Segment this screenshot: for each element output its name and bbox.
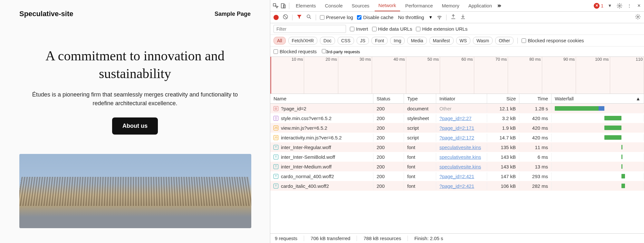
download-har-icon[interactable]: [460, 14, 466, 21]
tab-memory[interactable]: Memory: [438, 0, 463, 11]
initiator-link[interactable]: ?page_id=2:171: [439, 125, 474, 131]
time-cell: 1.28 s: [519, 105, 552, 113]
throttling-select[interactable]: No throttling: [397, 14, 425, 21]
col-waterfall[interactable]: Waterfall ▲: [552, 94, 644, 103]
type-filter-fetch-xhr[interactable]: Fetch/XHR: [288, 37, 317, 45]
type-filter-css[interactable]: CSS: [338, 37, 354, 45]
table-row[interactable]: Tcardo_italic_400.woff2 200 font ?page_i…: [270, 181, 644, 191]
size-cell: 143 kB: [487, 163, 519, 171]
table-row[interactable]: Tinter_Inter-SemiBold.woff 200 font spec…: [270, 152, 644, 162]
waterfall-overview[interactable]: 10 ms20 ms30 ms40 ms50 ms60 ms70 ms80 ms…: [270, 57, 644, 94]
site-header: Speculative-site Sample Page: [19, 6, 251, 28]
tab-application[interactable]: Application: [465, 0, 496, 11]
initiator-link[interactable]: ?page_id=2:421: [439, 174, 474, 179]
file-name: inter_Inter-SemiBold.woff: [281, 154, 335, 160]
type-cell: stylesheet: [404, 114, 436, 122]
initiator-link[interactable]: ?page_id=2:421: [439, 183, 474, 189]
tab-console[interactable]: Console: [321, 0, 347, 11]
font-file-icon: T: [274, 155, 278, 159]
status-cell: 200: [373, 105, 404, 113]
error-count-badge[interactable]: ✕ 1: [594, 3, 603, 9]
table-row[interactable]: Tinter_Inter-Regular.woff 200 font specu…: [270, 142, 644, 152]
preserve-log-checkbox[interactable]: Preserve log: [320, 15, 353, 20]
settings-icon[interactable]: [616, 3, 623, 9]
clear-icon[interactable]: [283, 14, 288, 21]
type-filter-font[interactable]: Font: [371, 37, 388, 45]
table-row[interactable]: Tinter_Inter-Medium.woff 200 font specul…: [270, 162, 644, 171]
preserve-log-input[interactable]: [320, 15, 324, 20]
disable-cache-checkbox[interactable]: Disable cache: [357, 15, 393, 20]
initiator-link[interactable]: speculativesite.kins: [439, 154, 481, 160]
col-initiator[interactable]: Initiator: [436, 94, 487, 103]
svg-point-7: [637, 16, 639, 18]
ruler-tick: 50 ms: [406, 57, 440, 63]
more-menu-icon[interactable]: ⋮: [626, 3, 632, 9]
col-status[interactable]: Status: [373, 94, 404, 103]
status-cell: 200: [373, 114, 404, 122]
divider: [316, 15, 316, 20]
file-name: inter_Inter-Medium.woff: [281, 164, 332, 169]
js-file-icon: JS: [274, 126, 278, 130]
network-conditions-icon[interactable]: [437, 14, 442, 21]
upload-har-icon[interactable]: [450, 14, 456, 21]
col-type[interactable]: Type: [404, 94, 436, 103]
third-party-checkbox[interactable]: 3rd-party requests: [322, 49, 360, 54]
tab-sources[interactable]: Sources: [348, 0, 373, 11]
nav-sample-page[interactable]: Sample Page: [215, 11, 251, 17]
type-filter-media[interactable]: Media: [407, 37, 427, 45]
initiator-link[interactable]: ?page_id=2:27: [439, 116, 472, 121]
chevron-down-icon[interactable]: ▼: [428, 15, 433, 20]
col-size[interactable]: Size: [487, 94, 519, 103]
waterfall-cell: [552, 144, 644, 151]
hide-data-urls-checkbox[interactable]: Hide data URLs: [372, 26, 412, 32]
initiator-link[interactable]: speculativesite.kins: [439, 145, 481, 150]
more-tabs-icon[interactable]: [497, 3, 504, 9]
inspect-element-icon[interactable]: [272, 3, 279, 9]
table-row[interactable]: Tcardo_normal_400.woff2 200 font ?page_i…: [270, 171, 644, 181]
devtools-panel: ElementsConsoleSourcesNetworkPerformance…: [270, 0, 644, 243]
file-name: interactivity.min.js?ver=6.5.2: [281, 135, 342, 140]
col-name[interactable]: Name: [270, 94, 373, 103]
tab-performance[interactable]: Performance: [401, 0, 437, 11]
table-row[interactable]: ▤?page_id=2 200 document Other 12.1 kB 1…: [270, 104, 644, 113]
search-icon[interactable]: [306, 14, 312, 21]
table-row[interactable]: {}style.min.css?ver=6.5.2 200 stylesheet…: [270, 113, 644, 123]
status-requests: 9 requests: [275, 236, 304, 241]
device-toolbar-icon[interactable]: [280, 3, 286, 9]
type-filter-wasm[interactable]: Wasm: [473, 37, 493, 45]
type-filter-js[interactable]: JS: [357, 37, 369, 45]
type-cell: script: [404, 134, 436, 142]
initiator-link[interactable]: ?page_id=2:172: [439, 135, 474, 140]
type-filter-img[interactable]: Img: [390, 37, 405, 45]
time-cell: 13 ms: [519, 163, 552, 171]
table-row[interactable]: JSview.min.js?ver=6.5.2 200 script ?page…: [270, 123, 644, 133]
type-filter-manifest[interactable]: Manifest: [429, 37, 454, 45]
type-filter-ws[interactable]: WS: [456, 37, 471, 45]
tab-elements[interactable]: Elements: [292, 0, 320, 11]
disable-cache-input[interactable]: [357, 15, 361, 20]
time-cell: 6 ms: [519, 153, 552, 161]
network-settings-icon[interactable]: [635, 14, 641, 21]
ruler-tick: 10 ms: [270, 57, 304, 63]
invert-checkbox[interactable]: Invert: [350, 26, 368, 32]
site-title[interactable]: Speculative-site: [19, 10, 73, 18]
blocked-cookies-checkbox[interactable]: Blocked response cookies: [522, 38, 584, 43]
hide-extension-urls-checkbox[interactable]: Hide extension URLs: [416, 26, 467, 32]
about-us-button[interactable]: About us: [112, 117, 158, 135]
blocked-requests-checkbox[interactable]: Blocked requests: [274, 49, 317, 54]
initiator-link[interactable]: speculativesite.kins: [439, 164, 481, 169]
dropdown-icon[interactable]: ▼: [607, 3, 613, 9]
close-devtools-icon[interactable]: ✕: [636, 3, 642, 9]
type-filter-all[interactable]: All: [274, 37, 286, 45]
type-filter-doc[interactable]: Doc: [320, 37, 335, 45]
col-time[interactable]: Time: [519, 94, 552, 103]
type-filter-other[interactable]: Other: [495, 37, 514, 45]
status-cell: 200: [373, 172, 404, 180]
status-bar: 9 requests 706 kB transferred 788 kB res…: [270, 233, 644, 243]
record-button[interactable]: [274, 15, 279, 20]
time-cell: 282 ms: [519, 182, 552, 190]
filter-input[interactable]: [274, 25, 346, 33]
tab-network[interactable]: Network: [375, 0, 400, 11]
filter-icon[interactable]: [296, 14, 302, 21]
table-row[interactable]: JSinteractivity.min.js?ver=6.5.2 200 scr…: [270, 133, 644, 142]
